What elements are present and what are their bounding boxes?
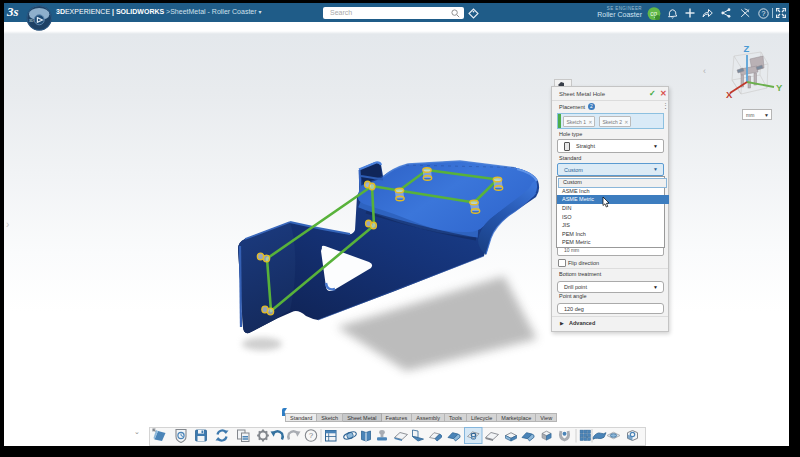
svg-text:?: ? <box>309 431 314 440</box>
